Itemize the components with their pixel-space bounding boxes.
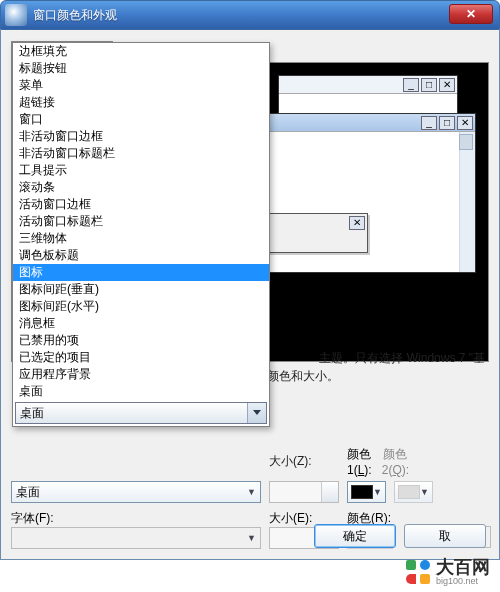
ok-button[interactable]: 确定 [314,524,396,548]
dropdown-option[interactable]: 图标 [13,264,269,281]
watermark-logo-icon [406,560,430,584]
close-icon: ✕ [349,216,365,230]
close-icon: ✕ [439,78,455,92]
watermark-name: 大百网 [436,558,490,576]
cancel-button[interactable]: 取 [404,524,486,548]
preview-scrollbar [459,132,475,272]
label-color2: 颜色2(Q): [382,446,409,477]
label-color1: 颜色1(L): [347,446,372,477]
close-icon: ✕ [457,116,473,130]
dropdown-option[interactable]: 菜单 [13,77,269,94]
close-button[interactable]: ✕ [449,4,493,24]
item-dropdown-current-value: 桌面 [20,405,44,422]
dropdown-option[interactable]: 非活动窗口边框 [13,128,269,145]
dropdown-option[interactable]: 图标间距(垂直) [13,281,269,298]
close-icon: ✕ [466,7,476,21]
preview-active-titlebar: _ □ ✕ [247,114,475,132]
preview-message-box: ✕ [268,213,368,253]
app-icon [5,4,27,26]
dropdown-option[interactable]: 标题按钮 [13,60,269,77]
color2-picker: ▼ [394,481,433,503]
dropdown-option[interactable]: 调色板标题 [13,247,269,264]
watermark-url: big100.net [436,576,490,586]
dropdown-option[interactable]: 非活动窗口标题栏 [13,145,269,162]
dialog-buttons: 确定 取 [0,514,500,558]
minimize-icon: _ [403,78,419,92]
dropdown-option[interactable]: 图标间距(水平) [13,298,269,315]
chevron-down-icon: ▼ [373,487,382,497]
item-dropdown: 边框填充标题按钮菜单超链接窗口非活动窗口边框非活动窗口标题栏工具提示滚动条活动窗… [12,42,270,427]
color-swatch-icon [398,485,420,499]
dropdown-option[interactable]: 已选定的项目 [13,349,269,366]
hint-line-1: 主题。只有选择 Windows 7 "基 [319,350,485,367]
dropdown-option[interactable]: 超链接 [13,94,269,111]
dropdown-option[interactable]: 已禁用的项 [13,332,269,349]
dropdown-option[interactable]: 工具提示 [13,162,269,179]
maximize-icon: □ [421,78,437,92]
chevron-down-icon [253,410,261,415]
item-dropdown-list[interactable]: 边框填充标题按钮菜单超链接窗口非活动窗口边框非活动窗口标题栏工具提示滚动条活动窗… [13,43,269,400]
item-combo-value: 桌面 [16,484,40,501]
dropdown-option[interactable]: 桌面 [13,383,269,400]
preview-inactive-titlebar: _ □ ✕ [279,76,457,94]
dropdown-option[interactable]: 活动窗口边框 [13,196,269,213]
window-titlebar: 窗口颜色和外观 ✕ [0,0,500,30]
dropdown-option[interactable]: 消息框 [13,315,269,332]
dropdown-option[interactable]: 窗口 [13,111,269,128]
dropdown-option[interactable]: 边框填充 [13,43,269,60]
chevron-down-icon: ▼ [420,487,429,497]
window-title: 窗口颜色和外观 [33,7,117,24]
minimize-icon: _ [421,116,437,130]
label-size-z: 大小(Z): [269,453,339,470]
item-controls-row: 大小(Z): 颜色1(L): 颜色2(Q): 桌面 ▼ ▼ [11,446,489,503]
size-z-spinner[interactable] [269,481,339,503]
item-dropdown-current[interactable]: 桌面 [15,402,267,424]
dropdown-option[interactable]: 应用程序背景 [13,366,269,383]
item-combo[interactable]: 桌面 [11,481,261,503]
dropdown-option[interactable]: 滚动条 [13,179,269,196]
color1-picker[interactable]: ▼ [347,481,386,503]
dropdown-option[interactable]: 三维物体 [13,230,269,247]
dropdown-option[interactable]: 活动窗口标题栏 [13,213,269,230]
watermark: 大百网 big100.net [406,558,490,586]
color-swatch-icon [351,485,373,499]
maximize-icon: □ [439,116,455,130]
